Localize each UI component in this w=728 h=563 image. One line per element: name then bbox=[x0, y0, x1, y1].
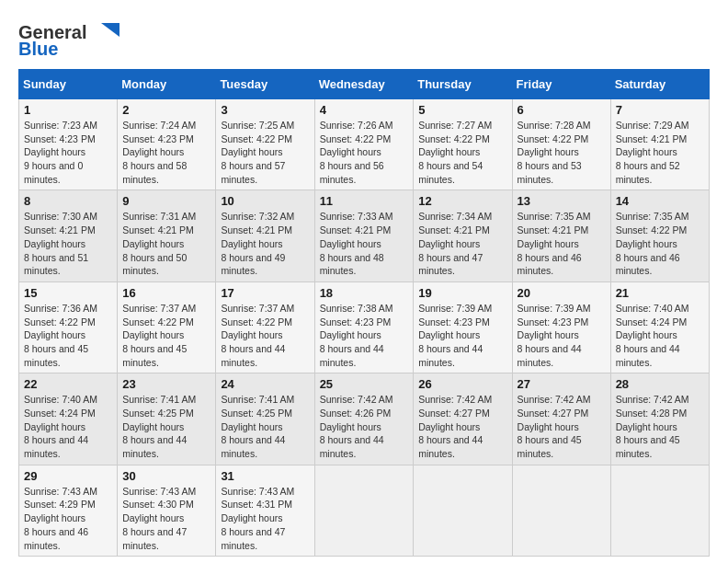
day-info: Sunrise: 7:43 AM Sunset: 4:29 PM Dayligh… bbox=[24, 485, 112, 552]
day-number: 9 bbox=[122, 194, 210, 208]
day-info: Sunrise: 7:39 AM Sunset: 4:23 PM Dayligh… bbox=[418, 302, 506, 369]
calendar-week-row: 8 Sunrise: 7:30 AM Sunset: 4:21 PM Dayli… bbox=[19, 190, 710, 282]
day-number: 8 bbox=[24, 194, 112, 208]
calendar-day-cell: 26 Sunrise: 7:42 AM Sunset: 4:27 PM Dayl… bbox=[414, 373, 512, 465]
calendar-day-cell: 13 Sunrise: 7:35 AM Sunset: 4:21 PM Dayl… bbox=[512, 190, 610, 282]
weekday-header-cell: Sunday bbox=[19, 70, 118, 99]
day-number: 5 bbox=[418, 103, 506, 117]
day-info: Sunrise: 7:38 AM Sunset: 4:23 PM Dayligh… bbox=[320, 302, 409, 369]
day-number: 29 bbox=[24, 469, 112, 483]
day-info: Sunrise: 7:42 AM Sunset: 4:26 PM Dayligh… bbox=[320, 393, 409, 460]
day-info: Sunrise: 7:40 AM Sunset: 4:24 PM Dayligh… bbox=[24, 393, 112, 460]
calendar-week-row: 15 Sunrise: 7:36 AM Sunset: 4:22 PM Dayl… bbox=[19, 282, 710, 373]
day-number: 25 bbox=[320, 377, 409, 391]
weekday-header-cell: Saturday bbox=[610, 70, 709, 99]
calendar-day-cell: 21 Sunrise: 7:40 AM Sunset: 4:24 PM Dayl… bbox=[610, 282, 709, 373]
calendar-day-cell bbox=[314, 465, 414, 556]
day-number: 23 bbox=[122, 377, 210, 391]
calendar-day-cell: 22 Sunrise: 7:40 AM Sunset: 4:24 PM Dayl… bbox=[19, 373, 118, 465]
day-info: Sunrise: 7:43 AM Sunset: 4:31 PM Dayligh… bbox=[221, 485, 309, 552]
day-info: Sunrise: 7:41 AM Sunset: 4:25 PM Dayligh… bbox=[122, 393, 210, 460]
day-number: 7 bbox=[616, 103, 704, 117]
day-number: 31 bbox=[221, 469, 309, 483]
day-number: 20 bbox=[518, 286, 606, 300]
calendar-day-cell: 30 Sunrise: 7:43 AM Sunset: 4:30 PM Dayl… bbox=[118, 465, 216, 556]
day-number: 6 bbox=[518, 103, 606, 117]
day-info: Sunrise: 7:42 AM Sunset: 4:28 PM Dayligh… bbox=[616, 393, 704, 460]
day-number: 1 bbox=[24, 103, 112, 117]
day-number: 2 bbox=[122, 103, 210, 117]
calendar-day-cell: 4 Sunrise: 7:26 AM Sunset: 4:22 PM Dayli… bbox=[314, 99, 414, 190]
day-info: Sunrise: 7:24 AM Sunset: 4:23 PM Dayligh… bbox=[122, 119, 210, 186]
calendar-day-cell: 14 Sunrise: 7:35 AM Sunset: 4:22 PM Dayl… bbox=[610, 190, 709, 282]
weekday-header-cell: Tuesday bbox=[216, 70, 314, 99]
day-info: Sunrise: 7:42 AM Sunset: 4:27 PM Dayligh… bbox=[518, 393, 606, 460]
day-info: Sunrise: 7:43 AM Sunset: 4:30 PM Dayligh… bbox=[122, 485, 210, 552]
logo: General Blue bbox=[18, 18, 119, 60]
day-info: Sunrise: 7:23 AM Sunset: 4:23 PM Dayligh… bbox=[24, 119, 112, 186]
day-number: 3 bbox=[221, 103, 309, 117]
day-info: Sunrise: 7:30 AM Sunset: 4:21 PM Dayligh… bbox=[24, 210, 112, 277]
calendar-day-cell: 15 Sunrise: 7:36 AM Sunset: 4:22 PM Dayl… bbox=[19, 282, 118, 373]
calendar-day-cell: 1 Sunrise: 7:23 AM Sunset: 4:23 PM Dayli… bbox=[19, 99, 118, 190]
day-number: 17 bbox=[221, 286, 309, 300]
calendar-day-cell bbox=[610, 465, 709, 556]
day-number: 16 bbox=[122, 286, 210, 300]
day-number: 28 bbox=[616, 377, 704, 391]
calendar-day-cell: 28 Sunrise: 7:42 AM Sunset: 4:28 PM Dayl… bbox=[610, 373, 709, 465]
svg-text:Blue: Blue bbox=[18, 39, 58, 59]
calendar-day-cell: 8 Sunrise: 7:30 AM Sunset: 4:21 PM Dayli… bbox=[19, 190, 118, 282]
calendar-week-row: 1 Sunrise: 7:23 AM Sunset: 4:23 PM Dayli… bbox=[19, 99, 710, 190]
calendar-day-cell: 9 Sunrise: 7:31 AM Sunset: 4:21 PM Dayli… bbox=[118, 190, 216, 282]
day-number: 18 bbox=[320, 286, 409, 300]
day-number: 12 bbox=[418, 194, 506, 208]
day-info: Sunrise: 7:27 AM Sunset: 4:22 PM Dayligh… bbox=[418, 119, 506, 186]
day-number: 14 bbox=[616, 194, 704, 208]
calendar-day-cell: 2 Sunrise: 7:24 AM Sunset: 4:23 PM Dayli… bbox=[118, 99, 216, 190]
calendar-day-cell: 24 Sunrise: 7:41 AM Sunset: 4:25 PM Dayl… bbox=[216, 373, 314, 465]
calendar-week-row: 22 Sunrise: 7:40 AM Sunset: 4:24 PM Dayl… bbox=[19, 373, 710, 465]
day-info: Sunrise: 7:40 AM Sunset: 4:24 PM Dayligh… bbox=[616, 302, 704, 369]
day-info: Sunrise: 7:34 AM Sunset: 4:21 PM Dayligh… bbox=[418, 210, 506, 277]
calendar-day-cell: 17 Sunrise: 7:37 AM Sunset: 4:22 PM Dayl… bbox=[216, 282, 314, 373]
calendar-day-cell: 7 Sunrise: 7:29 AM Sunset: 4:21 PM Dayli… bbox=[610, 99, 709, 190]
day-info: Sunrise: 7:31 AM Sunset: 4:21 PM Dayligh… bbox=[122, 210, 210, 277]
weekday-header-cell: Monday bbox=[118, 70, 216, 99]
weekday-header-cell: Friday bbox=[512, 70, 610, 99]
day-number: 27 bbox=[518, 377, 606, 391]
calendar-day-cell: 16 Sunrise: 7:37 AM Sunset: 4:22 PM Dayl… bbox=[118, 282, 216, 373]
calendar-day-cell: 29 Sunrise: 7:43 AM Sunset: 4:29 PM Dayl… bbox=[19, 465, 118, 556]
day-number: 11 bbox=[320, 194, 409, 208]
calendar-day-cell: 18 Sunrise: 7:38 AM Sunset: 4:23 PM Dayl… bbox=[314, 282, 414, 373]
calendar-day-cell: 27 Sunrise: 7:42 AM Sunset: 4:27 PM Dayl… bbox=[512, 373, 610, 465]
day-number: 26 bbox=[418, 377, 506, 391]
day-number: 30 bbox=[122, 469, 210, 483]
calendar-day-cell: 10 Sunrise: 7:32 AM Sunset: 4:21 PM Dayl… bbox=[216, 190, 314, 282]
day-info: Sunrise: 7:25 AM Sunset: 4:22 PM Dayligh… bbox=[221, 119, 309, 186]
day-number: 19 bbox=[418, 286, 506, 300]
calendar-day-cell: 11 Sunrise: 7:33 AM Sunset: 4:21 PM Dayl… bbox=[314, 190, 414, 282]
day-number: 15 bbox=[24, 286, 112, 300]
calendar-day-cell: 6 Sunrise: 7:28 AM Sunset: 4:22 PM Dayli… bbox=[512, 99, 610, 190]
calendar-day-cell: 25 Sunrise: 7:42 AM Sunset: 4:26 PM Dayl… bbox=[314, 373, 414, 465]
day-info: Sunrise: 7:33 AM Sunset: 4:21 PM Dayligh… bbox=[320, 210, 409, 277]
calendar-day-cell bbox=[414, 465, 512, 556]
day-number: 22 bbox=[24, 377, 112, 391]
calendar-day-cell: 31 Sunrise: 7:43 AM Sunset: 4:31 PM Dayl… bbox=[216, 465, 314, 556]
day-number: 21 bbox=[616, 286, 704, 300]
weekday-header-row: SundayMondayTuesdayWednesdayThursdayFrid… bbox=[19, 70, 710, 99]
calendar-day-cell: 5 Sunrise: 7:27 AM Sunset: 4:22 PM Dayli… bbox=[414, 99, 512, 190]
calendar-table: SundayMondayTuesdayWednesdayThursdayFrid… bbox=[18, 69, 710, 557]
calendar-day-cell: 20 Sunrise: 7:39 AM Sunset: 4:23 PM Dayl… bbox=[512, 282, 610, 373]
day-info: Sunrise: 7:42 AM Sunset: 4:27 PM Dayligh… bbox=[418, 393, 506, 460]
calendar-day-cell: 12 Sunrise: 7:34 AM Sunset: 4:21 PM Dayl… bbox=[414, 190, 512, 282]
calendar-day-cell bbox=[512, 465, 610, 556]
day-info: Sunrise: 7:37 AM Sunset: 4:22 PM Dayligh… bbox=[122, 302, 210, 369]
svg-marker-2 bbox=[101, 23, 119, 37]
day-info: Sunrise: 7:26 AM Sunset: 4:22 PM Dayligh… bbox=[320, 119, 409, 186]
weekday-header-cell: Thursday bbox=[414, 70, 512, 99]
day-number: 13 bbox=[518, 194, 606, 208]
weekday-header-cell: Wednesday bbox=[314, 70, 414, 99]
day-info: Sunrise: 7:39 AM Sunset: 4:23 PM Dayligh… bbox=[518, 302, 606, 369]
calendar-week-row: 29 Sunrise: 7:43 AM Sunset: 4:29 PM Dayl… bbox=[19, 465, 710, 556]
